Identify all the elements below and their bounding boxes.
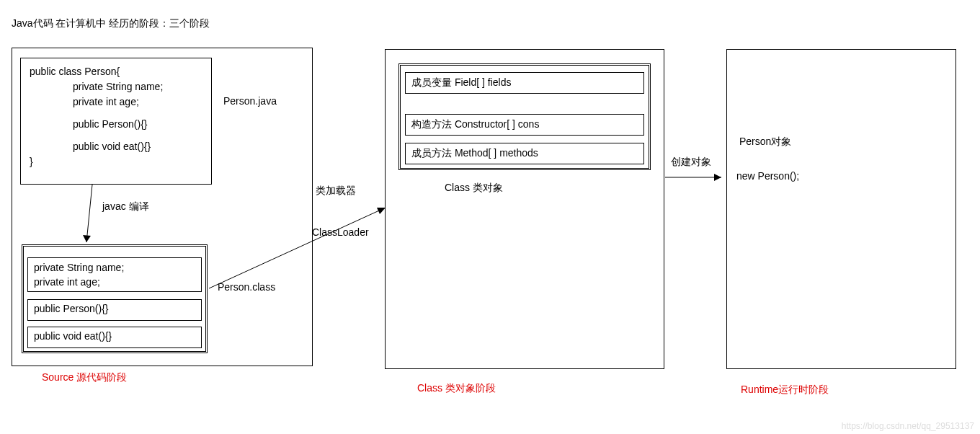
src-line: public Person(){} bbox=[30, 117, 202, 132]
stage3-label: Runtime运行时阶段 bbox=[741, 384, 829, 397]
java-source-box: public class Person{ private String name… bbox=[20, 58, 212, 185]
create-object-label: 创建对象 bbox=[671, 156, 711, 169]
class-object-label: Class 类对象 bbox=[445, 182, 503, 195]
class-field: private String name; bbox=[34, 261, 195, 275]
src-line: private String name; bbox=[30, 79, 202, 94]
classloader-arrow bbox=[209, 202, 393, 296]
src-line: public void eat(){} bbox=[30, 139, 202, 154]
compile-label: javac 编译 bbox=[102, 200, 149, 213]
classloader-label-en: ClassLoader bbox=[312, 226, 369, 238]
page-title: Java代码 在计算机中 经历的阶段：三个阶段 bbox=[12, 17, 210, 30]
class-method-box: public void eat(){} bbox=[27, 327, 202, 348]
class-fields-item: 成员变量 Field[ ] fields bbox=[405, 72, 644, 94]
svg-line-2 bbox=[209, 208, 386, 288]
class-methods-item: 成员方法 Method[ ] methods bbox=[405, 143, 644, 164]
src-line: } bbox=[30, 154, 202, 169]
watermark: https://blog.csdn.net/qq_29513137 bbox=[842, 421, 974, 431]
classloader-label-cn: 类加载器 bbox=[316, 185, 356, 198]
svg-line-0 bbox=[86, 185, 92, 242]
class-method: public void eat(){} bbox=[34, 330, 195, 342]
methods-text: 成员方法 Method[ ] methods bbox=[411, 147, 538, 159]
fields-text: 成员变量 Field[ ] fields bbox=[411, 76, 511, 88]
instantiation-text: new Person(); bbox=[736, 170, 799, 182]
src-line: private int age; bbox=[30, 94, 202, 110]
stage1-label: Source 源代码阶段 bbox=[42, 371, 127, 384]
compile-arrow bbox=[71, 185, 107, 249]
class-ctor-box: public Person(){} bbox=[27, 299, 202, 321]
svg-marker-1 bbox=[83, 235, 91, 242]
java-file-label: Person.java bbox=[223, 95, 277, 107]
class-ctor: public Person(){} bbox=[34, 303, 195, 314]
create-object-arrow bbox=[665, 173, 727, 182]
svg-marker-5 bbox=[714, 174, 721, 181]
stage3-container bbox=[726, 49, 956, 369]
class-field: private int age; bbox=[34, 275, 195, 290]
src-line: public class Person{ bbox=[30, 64, 202, 79]
person-object-label: Person对象 bbox=[739, 136, 791, 149]
class-fields-box: private String name; private int age; bbox=[27, 257, 202, 292]
cons-text: 构造方法 Constructor[ ] cons bbox=[411, 118, 539, 130]
stage2-label: Class 类对象阶段 bbox=[417, 382, 496, 395]
class-cons-item: 构造方法 Constructor[ ] cons bbox=[405, 114, 644, 136]
